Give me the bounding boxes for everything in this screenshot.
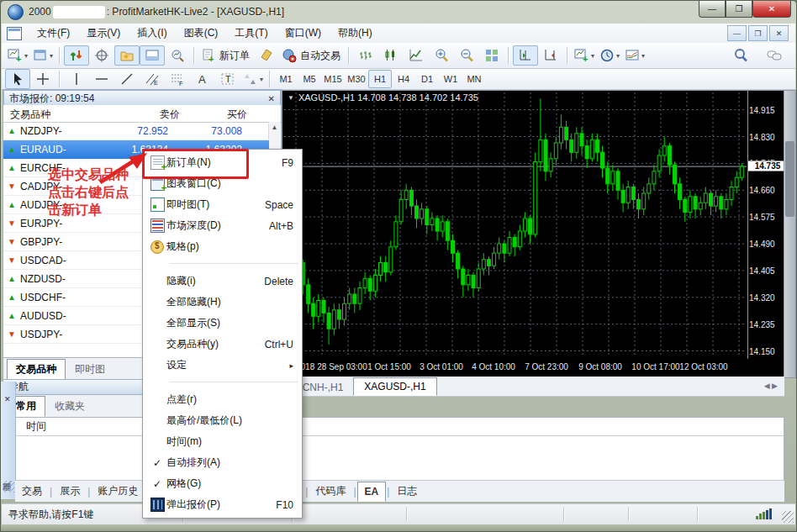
chart-tab[interactable]: XAGUSD-,H1 — [353, 377, 436, 396]
terminal-tab-7[interactable]: 日志 — [390, 481, 424, 502]
shift-chart-button[interactable] — [513, 45, 538, 66]
terminal-column-header[interactable]: 时间 — [16, 418, 784, 436]
menu-t[interactable]: 工具(T) — [226, 24, 276, 43]
market-watch-header[interactable]: 市场报价: 09:19:54 ✕ — [3, 90, 281, 107]
tile-windows-button[interactable] — [479, 45, 504, 66]
mdi-close-button[interactable]: ✕ — [769, 25, 789, 41]
context-menu-item-16[interactable]: ✓自动排列(A) — [143, 452, 302, 473]
arrows-tool[interactable]: ▾ — [240, 69, 266, 89]
search-button[interactable] — [728, 45, 753, 66]
chart-scrollbar[interactable] — [784, 90, 796, 378]
text-tool[interactable]: A — [190, 69, 215, 89]
close-icon[interactable]: ✕ — [4, 395, 11, 403]
terminal-tab-1[interactable]: 交易 — [15, 481, 49, 502]
context-menu-item-9[interactable]: 全部显示(S) — [143, 313, 302, 334]
navigator-toggle[interactable]: ★ — [114, 45, 140, 66]
fibonacci-tool[interactable]: F — [165, 69, 190, 89]
mdi-minimize-button[interactable]: — — [727, 25, 747, 41]
close-button[interactable]: ✕ — [752, 1, 791, 18]
bar-chart-button[interactable] — [353, 45, 378, 66]
cursor-tool[interactable] — [5, 69, 30, 89]
navigator-tab[interactable]: 收藏夹 — [45, 396, 94, 417]
menu-v[interactable]: 显示(V) — [78, 24, 129, 43]
templates-button[interactable]: ▾ — [622, 45, 647, 66]
close-icon[interactable]: ✕ — [268, 94, 275, 103]
context-menu-item-18[interactable]: 弹出报价(P)F10 — [143, 494, 302, 515]
timeframe-h1[interactable]: H1 — [368, 70, 392, 88]
dropdown-arrow-icon[interactable]: ▾ — [50, 52, 53, 60]
context-menu-item-5[interactable]: 规格(p) — [143, 236, 302, 257]
context-menu-item-17[interactable]: ✓网格(G) — [143, 473, 302, 494]
menu-c[interactable]: 图表(C) — [176, 24, 227, 43]
timeframe-d1[interactable]: D1 — [415, 70, 439, 88]
data-window-button[interactable] — [89, 45, 114, 66]
context-menu-item-4[interactable]: 市场深度(D)Alt+B — [143, 215, 302, 236]
dropdown-arrow-icon[interactable]: ▾ — [641, 52, 645, 60]
context-menu-item-15[interactable]: 时间(m) — [143, 431, 302, 452]
menu-w[interactable]: 窗口(W) — [277, 24, 330, 43]
scroll-up-icon[interactable]: ▲ — [272, 124, 278, 131]
strategy-tester-button[interactable] — [165, 45, 190, 66]
crosshair-tool[interactable] — [30, 69, 55, 89]
timeframe-m1[interactable]: M1 — [274, 70, 298, 88]
context-menu-item-11[interactable]: 设定▸ — [143, 355, 302, 376]
menu-f[interactable]: 文件(F) — [29, 24, 78, 43]
time-axis[interactable]: 201828 Sep 03:001 Oct 15:003 Oct 01:004 … — [284, 359, 784, 376]
line-chart-button[interactable] — [404, 45, 429, 66]
chat-button[interactable] — [762, 45, 787, 66]
timeframe-m5[interactable]: M5 — [298, 70, 321, 88]
mdi-restore-button[interactable]: ❐ — [748, 25, 768, 41]
terminal-tab-3[interactable]: 账户历史 — [91, 481, 145, 502]
context-menu-item-7[interactable]: 隐藏(i)Delete — [143, 271, 302, 292]
new-chart-button[interactable]: +▾ — [5, 45, 30, 66]
dropdown-arrow-icon[interactable]: ▾ — [260, 76, 263, 83]
periods-button[interactable]: ▾ — [597, 45, 622, 66]
timeframe-m15[interactable]: M15 — [321, 70, 345, 88]
channel-tool[interactable]: E — [140, 69, 165, 89]
context-menu-item-10[interactable]: 交易品种(y)Ctrl+U — [143, 334, 302, 355]
market-watch-column-header[interactable]: 交易品种 卖价 买价 — [3, 105, 281, 123]
label-tool[interactable]: T — [215, 69, 240, 89]
terminal-tab-5[interactable]: 代码库 — [309, 481, 352, 502]
metaeditor-button[interactable] — [254, 45, 279, 66]
menu-h[interactable]: 帮助(H) — [330, 24, 381, 43]
dropdown-arrow-icon[interactable]: ▾ — [616, 52, 620, 60]
profiles-button[interactable]: ▾ — [30, 45, 55, 66]
auto-scroll-button[interactable] — [538, 45, 563, 66]
terminal-tab-6[interactable]: EA — [357, 482, 387, 502]
timeframe-mn[interactable]: MN — [462, 70, 486, 88]
terminal-tab-2[interactable]: 展示 — [53, 481, 87, 502]
timeframe-h4[interactable]: H4 — [392, 70, 415, 88]
indicators-button[interactable]: +▾ — [572, 45, 597, 66]
timeframe-w1[interactable]: W1 — [439, 70, 462, 88]
dropdown-arrow-icon[interactable]: ▾ — [591, 52, 594, 60]
window-menu-icon[interactable]: ▼ — [288, 94, 294, 102]
chart-plot[interactable] — [284, 92, 747, 357]
tab-scroll-arrows[interactable]: ◀ ▶ — [764, 382, 778, 390]
terminal-toggle[interactable] — [140, 45, 165, 66]
candlestick-button[interactable] — [378, 45, 404, 66]
market-watch-toggle[interactable] — [64, 45, 89, 66]
trendline-tool[interactable] — [114, 69, 140, 89]
context-menu-item-8[interactable]: 全部隐藏(H) — [143, 292, 302, 313]
hline-tool[interactable] — [89, 69, 114, 89]
dropdown-arrow-icon[interactable]: ▾ — [24, 52, 28, 60]
market-watch-tab[interactable]: 交易品种 — [7, 359, 66, 380]
chart-child-icon[interactable] — [7, 27, 22, 40]
minimize-button[interactable]: — — [699, 1, 726, 18]
timeframe-m30[interactable]: M30 — [345, 70, 368, 88]
context-menu-item-14[interactable]: 最高价/最低价(L) — [143, 410, 302, 431]
market-watch-tab[interactable]: 即时图 — [66, 359, 114, 380]
context-menu-item-3[interactable]: 即时图(T)Space — [143, 194, 302, 215]
autotrading-button[interactable]: 自动交易 — [279, 45, 345, 66]
zoom-out-button[interactable] — [454, 45, 479, 66]
symbol-row-nzdjpy[interactable]: ▲NZDJPY-72.95273.008 — [3, 122, 269, 140]
zoom-in-button[interactable] — [429, 45, 454, 66]
vline-tool[interactable] — [64, 69, 89, 89]
price-axis[interactable]: 14.91514.83014.74514.66014.57514.49014.4… — [749, 92, 784, 357]
context-menu-item-13[interactable]: 点差(r) — [143, 389, 302, 410]
menu-i[interactable]: 插入(I) — [129, 24, 175, 43]
new-order-button[interactable]: +新订单 — [198, 45, 254, 66]
maximize-button[interactable]: ❐ — [726, 1, 752, 18]
resize-grip[interactable] — [782, 511, 794, 523]
